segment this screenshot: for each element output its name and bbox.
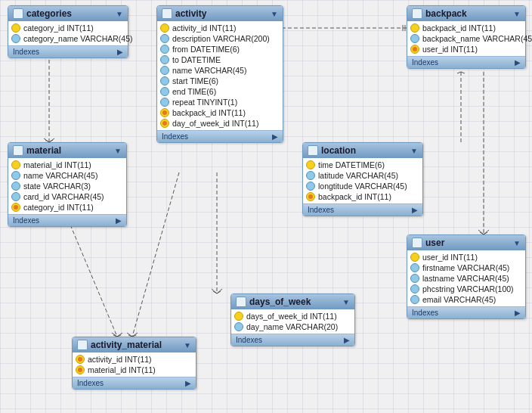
dropdown-arrow-backpack[interactable]: ▼ — [513, 10, 521, 18]
regular-icon — [234, 322, 243, 331]
table-categories: categories ▼ category_id INT(11) categor… — [8, 5, 128, 58]
svg-line-12 — [461, 72, 465, 73]
indexes-label: Indexes — [13, 216, 39, 225]
key-icon — [234, 312, 243, 321]
fk-icon — [160, 119, 169, 128]
field-text: phcstring VARCHAR(100) — [422, 284, 514, 293]
table-location: location ▼ time DATETIME(6) latitude VAR… — [302, 142, 423, 216]
fk-icon — [306, 192, 315, 201]
fk-icon — [410, 45, 419, 54]
table-icon-material — [13, 145, 23, 156]
table-title-material: material — [26, 145, 61, 156]
table-icon-days-of-week — [236, 297, 246, 307]
regular-icon — [160, 34, 169, 43]
field-row: start TIME(6) — [157, 76, 283, 86]
table-body-categories: category_id INT(11) category_name VARCHA… — [8, 21, 128, 45]
field-text: days_of_week_id INT(11) — [246, 312, 337, 321]
table-body-activity-material: activity_id INT(11) material_id INT(11) — [73, 352, 196, 377]
indexes-label: Indexes — [236, 336, 262, 344]
field-row: from DATETIME(6) — [157, 44, 283, 54]
regular-icon — [11, 182, 20, 191]
field-row: day_of_week_id INT(11) — [157, 118, 283, 129]
field-row: user_id INT(11) — [407, 252, 525, 262]
field-text: backpack_name VARCHAR(45) — [422, 34, 532, 43]
field-row: card_id VARCHAR(45) — [8, 191, 126, 202]
dropdown-arrow-material[interactable]: ▼ — [114, 147, 122, 155]
regular-icon — [11, 34, 20, 43]
indexes-categories[interactable]: Indexes ▶ — [8, 45, 128, 57]
field-text: end TIME(6) — [172, 87, 216, 96]
indexes-backpack[interactable]: Indexes ▶ — [407, 56, 525, 68]
indexes-arrow: ▶ — [272, 132, 278, 141]
dropdown-arrow-days-of-week[interactable]: ▼ — [342, 298, 350, 306]
table-body-activity: activity_id INT(11) description VARCHAR(… — [157, 21, 283, 130]
field-text: state VARCHAR(3) — [23, 182, 91, 191]
regular-icon — [410, 34, 419, 43]
table-backpack: backpack ▼ backpack_id INT(11) backpack_… — [407, 5, 526, 69]
table-activity: activity ▼ activity_id INT(11) descripti… — [156, 5, 283, 143]
field-row: backpack_id INT(11) — [157, 107, 283, 118]
fk-icon — [11, 203, 20, 212]
table-title-backpack: backpack — [425, 8, 467, 19]
key-icon — [306, 160, 315, 169]
key-icon — [11, 160, 20, 169]
field-text: time DATETIME(6) — [318, 160, 385, 169]
key-icon — [410, 23, 419, 33]
field-row: category_name VARCHAR(45) — [8, 33, 128, 44]
indexes-material[interactable]: Indexes ▶ — [8, 214, 126, 226]
field-row: backpack_name VARCHAR(45) — [407, 33, 525, 44]
field-text: category_id INT(11) — [23, 203, 94, 212]
table-icon-location — [308, 145, 318, 156]
indexes-arrow: ▶ — [515, 309, 521, 317]
field-text: to DATETIME — [172, 55, 221, 64]
dropdown-arrow-location[interactable]: ▼ — [410, 147, 418, 155]
field-row: category_id INT(11) — [8, 202, 126, 213]
fk-icon — [76, 365, 85, 374]
field-text: category_name VARCHAR(45) — [23, 34, 133, 43]
table-title-activity-material: activity_material — [91, 340, 162, 350]
regular-icon — [11, 192, 20, 201]
field-row: material_id INT(11) — [8, 160, 126, 170]
table-title-user: user — [425, 238, 444, 248]
field-row: time DATETIME(6) — [303, 160, 422, 170]
indexes-arrow: ▶ — [117, 48, 123, 56]
regular-icon — [410, 284, 419, 293]
indexes-arrow: ▶ — [412, 206, 418, 214]
regular-icon — [160, 55, 169, 64]
field-row: repeat TINYINT(1) — [157, 97, 283, 107]
regular-icon — [11, 171, 20, 180]
regular-icon — [306, 171, 315, 180]
indexes-days-of-week[interactable]: Indexes ▶ — [231, 334, 354, 346]
indexes-arrow: ▶ — [515, 58, 521, 67]
field-text: day_name VARCHAR(20) — [246, 322, 338, 331]
dropdown-arrow-activity-material[interactable]: ▼ — [184, 341, 191, 349]
field-text: email VARCHAR(45) — [422, 295, 496, 304]
field-row: backpack_id INT(11) — [407, 23, 525, 33]
field-text: lastname VARCHAR(45) — [422, 274, 509, 283]
svg-line-25 — [217, 289, 222, 293]
regular-icon — [160, 76, 169, 85]
dropdown-arrow-activity[interactable]: ▼ — [271, 10, 278, 18]
svg-line-23 — [217, 291, 221, 293]
dropdown-arrow-categories[interactable]: ▼ — [116, 10, 123, 18]
field-text: backpack_id INT(11) — [318, 192, 391, 201]
table-title-location: location — [321, 145, 356, 156]
indexes-user[interactable]: Indexes ▶ — [407, 306, 525, 318]
table-icon-backpack — [412, 8, 422, 19]
field-row: name VARCHAR(45) — [8, 170, 126, 181]
field-row: state VARCHAR(3) — [8, 181, 126, 191]
field-text: description VARCHAR(200) — [172, 34, 270, 43]
field-row: user_id INT(11) — [407, 44, 525, 54]
indexes-activity[interactable]: Indexes ▶ — [157, 130, 283, 142]
field-row: description VARCHAR(200) — [157, 33, 283, 44]
indexes-arrow: ▶ — [344, 336, 350, 344]
key-icon — [410, 253, 419, 262]
regular-icon — [410, 274, 419, 283]
key-icon — [11, 23, 20, 33]
indexes-location[interactable]: Indexes ▶ — [303, 203, 422, 216]
dropdown-arrow-user[interactable]: ▼ — [513, 239, 521, 247]
indexes-arrow: ▶ — [185, 379, 191, 387]
indexes-label: Indexes — [13, 48, 39, 56]
field-row: backpack_id INT(11) — [303, 191, 422, 202]
indexes-activity-material[interactable]: Indexes ▶ — [73, 377, 196, 389]
